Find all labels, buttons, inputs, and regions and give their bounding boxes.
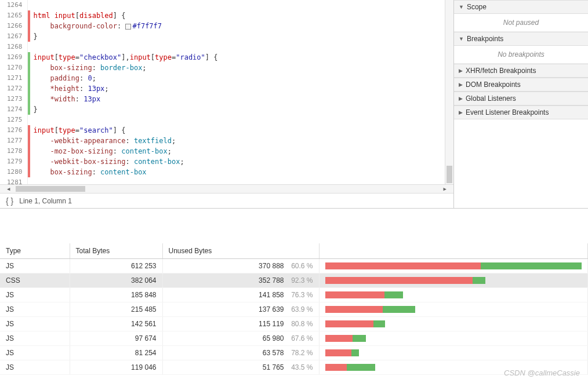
line-number[interactable]: 1277 [0, 136, 27, 146]
debugger-sidebar: ScopeNot pausedBreakpointsNo breakpoints… [453, 0, 588, 208]
horizontal-scrollbar[interactable]: ◀ ▶ [0, 184, 453, 193]
code-line[interactable]: *width: 13px [30, 94, 445, 104]
line-number[interactable]: 1266 [0, 21, 27, 31]
line-number[interactable]: 1279 [0, 156, 27, 167]
line-number[interactable]: 1271 [0, 73, 27, 83]
chevron-right-icon [459, 82, 463, 87]
coverage-row[interactable]: CSS382 064352 78892.3 % [0, 273, 588, 288]
coverage-type-cell: JS [0, 288, 70, 302]
code-line[interactable]: } [30, 31, 445, 42]
sidebar-section-header[interactable]: Event Listener Breakpoints [454, 105, 588, 119]
sidebar-section-label: Global Listeners [466, 94, 516, 103]
code-line[interactable]: -webkit-appearance: textfield; [30, 136, 445, 146]
coverage-unused-cell: 137 63963.9 % [162, 302, 319, 317]
code-line[interactable]: input[type="checkbox"],input[type="radio… [30, 52, 445, 63]
coverage-total-cell: 215 485 [70, 302, 162, 317]
code-line[interactable]: *height: 13px; [30, 83, 445, 94]
coverage-bar-cell [319, 273, 588, 288]
used-bar-segment [353, 335, 366, 342]
sidebar-section-label: Scope [467, 3, 487, 11]
sidebar-section-header[interactable]: DOM Breakpoints [454, 78, 588, 92]
code-line[interactable]: padding: 0; [30, 73, 445, 83]
code-content[interactable]: html input[disabled] { background-color:… [30, 0, 445, 184]
coverage-bar-cell [319, 317, 588, 331]
line-number[interactable]: 1275 [0, 115, 27, 125]
vertical-scrollbar[interactable] [445, 0, 453, 184]
code-line[interactable]: background-color: #f7f7f7 [30, 21, 445, 31]
code-line[interactable]: -webkit-box-sizing: content-box; [30, 156, 445, 167]
sidebar-section-label: Event Listener Breakpoints [466, 108, 549, 116]
sidebar-section-header[interactable]: Scope [454, 0, 588, 14]
vertical-scroll-thumb[interactable] [447, 166, 452, 183]
scroll-left-icon[interactable]: ◀ [7, 186, 10, 192]
coverage-column-header[interactable]: Type [0, 243, 70, 259]
used-bar-segment [384, 291, 403, 298]
coverage-row[interactable]: JS215 485137 63963.9 % [0, 302, 588, 317]
usage-bar [325, 364, 375, 371]
coverage-row[interactable]: JS119 04651 76543.5 % [0, 360, 588, 375]
coverage-column-header[interactable]: Unused Bytes [162, 243, 319, 259]
chevron-right-icon [459, 68, 463, 74]
sidebar-section-label: XHR/fetch Breakpoints [466, 67, 536, 75]
line-number[interactable]: 1267 [0, 31, 27, 42]
usage-bar [325, 335, 366, 342]
coverage-row[interactable]: JS185 848141 85876.3 % [0, 288, 588, 302]
coverage-column-header[interactable] [319, 243, 588, 259]
chevron-right-icon [459, 110, 463, 115]
code-line[interactable]: -moz-box-sizing: content-box; [30, 146, 445, 156]
coverage-type-cell: JS [0, 346, 70, 360]
sidebar-section-label: DOM Breakpoints [466, 81, 521, 89]
sidebar-section-header[interactable]: XHR/fetch Breakpoints [454, 64, 588, 78]
code-line[interactable]: box-sizing: content-box [30, 167, 445, 177]
used-bar-segment [351, 349, 359, 356]
coverage-total-cell: 81 254 [70, 346, 162, 360]
coverage-row[interactable]: JS97 67465 98067.6 % [0, 331, 588, 346]
line-number[interactable]: 1270 [0, 63, 27, 73]
coverage-column-header[interactable]: Total Bytes [70, 243, 162, 259]
line-number[interactable]: 1281 [0, 177, 27, 184]
scroll-right-icon[interactable]: ▶ [444, 186, 447, 192]
line-number[interactable]: 1265 [0, 10, 27, 21]
code-line[interactable] [30, 115, 445, 125]
coverage-bar-cell [319, 302, 588, 317]
sidebar-section-header[interactable]: Breakpoints [454, 32, 588, 46]
sidebar-section-body: Not paused [454, 14, 588, 32]
coverage-unused-cell: 115 11980.8 % [162, 317, 319, 331]
used-bar-segment [481, 262, 582, 269]
cursor-position: Line 1, Column 1 [19, 197, 72, 205]
coverage-type-cell: CSS [0, 273, 70, 288]
pretty-print-icon[interactable]: { } [6, 196, 13, 206]
usage-bar [325, 320, 385, 327]
unused-bar-segment [325, 349, 352, 356]
line-number[interactable]: 1276 [0, 125, 27, 136]
coverage-unused-cell: 370 88860.6 % [162, 259, 319, 273]
unused-bar-segment [325, 335, 353, 342]
line-number[interactable]: 1280 [0, 167, 27, 177]
line-number[interactable]: 1273 [0, 94, 27, 104]
unused-bar-segment [325, 320, 373, 327]
code-line[interactable]: input[type="search"] { [30, 125, 445, 136]
code-line[interactable]: } [30, 104, 445, 115]
line-number[interactable]: 1274 [0, 104, 27, 115]
code-line[interactable] [30, 0, 445, 10]
sidebar-section-header[interactable]: Global Listeners [454, 92, 588, 105]
unused-bar-segment [325, 262, 481, 269]
coverage-table: TypeTotal BytesUnused Bytes JS612 253370… [0, 243, 588, 375]
used-bar-segment [383, 306, 415, 313]
code-line[interactable] [30, 177, 445, 184]
coverage-row[interactable]: JS612 253370 88860.6 % [0, 259, 588, 273]
line-number[interactable]: 1264 [0, 0, 27, 10]
line-number[interactable]: 1278 [0, 146, 27, 156]
line-number[interactable]: 1269 [0, 52, 27, 63]
used-bar-segment [373, 320, 385, 327]
line-number-gutter[interactable]: 1264126512661267126812691270127112721273… [0, 0, 28, 184]
line-number[interactable]: 1272 [0, 83, 27, 94]
code-line[interactable]: box-sizing: border-box; [30, 63, 445, 73]
unused-bar-segment [325, 291, 385, 298]
code-line[interactable] [30, 42, 445, 52]
line-number[interactable]: 1268 [0, 42, 27, 52]
horizontal-scroll-thumb[interactable] [16, 186, 85, 192]
coverage-row[interactable]: JS142 561115 11980.8 % [0, 317, 588, 331]
code-line[interactable]: html input[disabled] { [30, 10, 445, 21]
coverage-row[interactable]: JS81 25463 57878.2 % [0, 346, 588, 360]
